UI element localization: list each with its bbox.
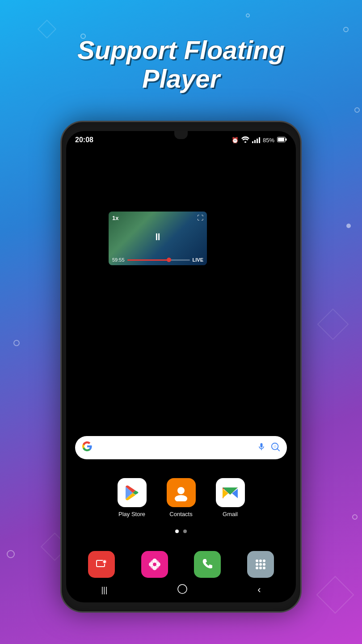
signal-bars — [252, 137, 260, 143]
player-bottom-controls: 59:55 LIVE — [112, 257, 203, 263]
app-gmail[interactable]: Gmail — [216, 478, 245, 517]
progress-dot — [167, 258, 171, 262]
phone-mockup: 20:08 ⏰ — [60, 121, 302, 613]
play-store-label: Play Store — [118, 511, 145, 517]
contacts-label: Contacts — [169, 511, 192, 517]
svg-point-32 — [263, 567, 265, 569]
svg-point-25 — [259, 559, 262, 562]
camera-notch — [174, 131, 188, 139]
page-dot-2 — [183, 530, 187, 533]
page-dots — [66, 530, 296, 533]
svg-point-28 — [259, 563, 262, 566]
gmail-label: Gmail — [223, 511, 238, 517]
svg-point-7 — [273, 445, 275, 446]
progress-fill — [127, 259, 171, 261]
navigation-bar: ||| ‹ — [66, 581, 296, 599]
battery-icon — [277, 137, 287, 144]
contacts-icon — [167, 478, 196, 507]
recent-apps-button[interactable]: ||| — [92, 582, 116, 598]
play-store-icon — [118, 478, 147, 507]
player-speed: 1x — [112, 215, 118, 221]
phone-screen: 20:08 ⏰ — [66, 131, 296, 602]
dock-all-apps[interactable] — [247, 551, 274, 578]
svg-point-8 — [177, 487, 185, 494]
app-play-store[interactable]: Play Store — [118, 478, 147, 517]
dock — [75, 551, 287, 578]
page-dot-1 — [175, 530, 179, 533]
status-icons: ⏰ 85% — [232, 136, 287, 144]
app-contacts[interactable]: Contacts — [167, 478, 196, 517]
fullscreen-icon[interactable]: ⛶ — [197, 214, 203, 221]
google-logo — [82, 441, 93, 454]
svg-point-29 — [263, 563, 265, 566]
svg-rect-2 — [278, 138, 284, 141]
google-search-bar[interactable] — [75, 436, 287, 459]
svg-point-9 — [175, 495, 187, 501]
page-title: Support Floating Player — [0, 36, 362, 93]
svg-point-26 — [263, 559, 265, 562]
app-icons-row: Play Store Contacts — [66, 478, 296, 517]
svg-point-24 — [256, 559, 258, 562]
lens-icon[interactable] — [270, 442, 280, 454]
dock-flower[interactable] — [141, 551, 168, 578]
svg-rect-3 — [286, 138, 287, 140]
pause-button[interactable]: ⏸ — [153, 231, 163, 243]
svg-point-13 — [103, 560, 106, 563]
svg-point-27 — [256, 563, 258, 566]
dock-screen-recorder[interactable] — [88, 551, 115, 578]
svg-point-31 — [259, 567, 262, 569]
svg-line-6 — [277, 449, 279, 451]
microphone-icon[interactable] — [257, 442, 266, 453]
dock-phone[interactable] — [194, 551, 221, 578]
battery-percentage: 85% — [263, 137, 274, 144]
svg-rect-33 — [178, 585, 187, 593]
floating-player[interactable]: 1x ⛶ ⏸ 59:55 LIVE — [109, 212, 207, 265]
svg-point-0 — [244, 141, 246, 143]
status-time: 20:08 — [75, 136, 93, 144]
live-badge: LIVE — [193, 257, 203, 263]
home-button[interactable] — [168, 580, 196, 600]
wifi-icon — [241, 136, 249, 144]
player-video: 1x ⛶ ⏸ 59:55 LIVE — [109, 212, 207, 265]
player-controls-top: 1x ⛶ — [112, 214, 203, 221]
alarm-icon: ⏰ — [232, 137, 239, 144]
gmail-icon — [216, 478, 245, 507]
back-button[interactable]: ‹ — [248, 580, 269, 599]
progress-bar[interactable] — [127, 259, 190, 261]
svg-point-23 — [153, 563, 156, 566]
player-time: 59:55 — [112, 257, 125, 263]
svg-point-30 — [256, 567, 258, 569]
